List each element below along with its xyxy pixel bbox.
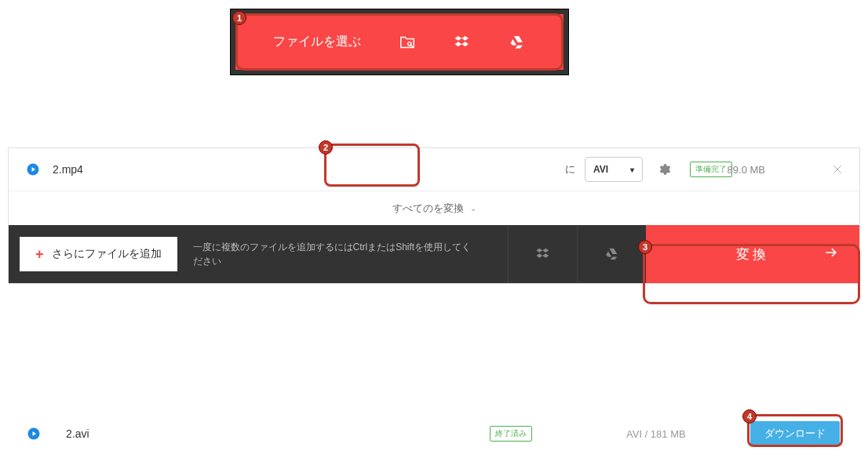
play-icon[interactable] (27, 427, 41, 441)
highlight-step3 (643, 244, 860, 304)
gear-icon[interactable] (657, 162, 671, 176)
file-row: 2.mp4 に AVI ▾ 準備完了 89.0 MB (9, 148, 859, 191)
highlight-step2 (324, 144, 420, 187)
close-icon[interactable] (831, 163, 844, 176)
format-select[interactable]: AVI ▾ (585, 157, 643, 182)
plus-icon: + (35, 246, 44, 263)
google-drive-icon[interactable] (577, 225, 646, 283)
result-info: AVI / 181 MB (626, 428, 686, 440)
source-filename: 2.mp4 (53, 163, 83, 176)
add-more-label: さらにファイルを追加 (52, 247, 162, 261)
source-filesize: 89.0 MB (728, 164, 765, 176)
step-badge-3: 3 (638, 240, 652, 254)
convert-all-row[interactable]: すべてのを変換 ⌄ (9, 191, 859, 225)
step-badge-1: 1 (232, 11, 246, 25)
play-icon[interactable] (26, 162, 40, 176)
chevron-down-icon: ⌄ (470, 204, 476, 213)
dropbox-icon[interactable] (508, 225, 577, 283)
step-badge-4: 4 (742, 409, 757, 423)
chevron-down-icon: ▾ (630, 165, 634, 174)
to-label: に (565, 162, 575, 176)
convert-all-label: すべてのを変換 (392, 202, 464, 216)
multi-select-tip: 一度に複数のファイルを追加するにはCtrlまたはShiftを使用してください (193, 240, 476, 268)
format-value: AVI (593, 164, 608, 175)
status-ready: 準備完了 (690, 162, 732, 177)
result-row: 2.avi 終了済み AVI / 181 MB ダウンロード (8, 413, 860, 454)
step-badge-2: 2 (319, 140, 333, 154)
highlight-step4 (747, 414, 843, 447)
status-done: 終了済み (490, 426, 532, 442)
add-more-button[interactable]: + さらにファイルを追加 (20, 237, 177, 271)
result-filename: 2.avi (66, 427, 89, 440)
highlight-step1 (235, 13, 563, 71)
